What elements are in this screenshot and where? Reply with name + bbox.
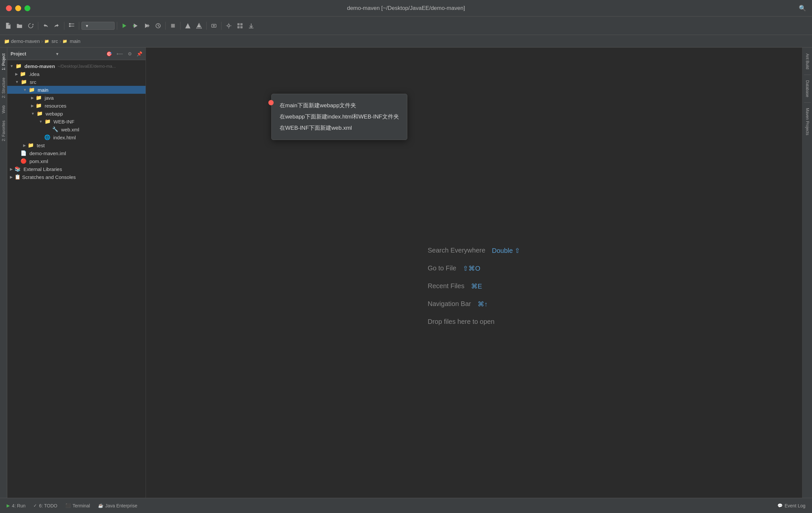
expand-icon: ▼ xyxy=(31,112,35,116)
tree-pin-icon[interactable]: 📌 xyxy=(137,51,142,56)
tree-header: Project ▾ 🎯 ⟵ ⚙ 📌 xyxy=(7,48,146,60)
tree-item-main[interactable]: ▼ 📁 main xyxy=(7,86,146,94)
build-button[interactable] xyxy=(183,21,193,31)
right-tab-maven[interactable]: Maven Projects xyxy=(804,105,811,139)
svg-marker-5 xyxy=(134,23,137,28)
tree-item-webinf[interactable]: ▼ 📁 WEB-INF xyxy=(7,117,146,125)
run-status-item[interactable]: ▶ 4: Run xyxy=(4,502,28,510)
breadcrumb: 📁 demo-maven › 📁 src › 📁 main xyxy=(0,35,812,48)
tree-settings-icon[interactable]: ⚙ xyxy=(128,51,132,56)
download-button[interactable] xyxy=(246,21,256,31)
toolbar-separator-8 xyxy=(221,22,222,30)
run-button[interactable] xyxy=(119,21,129,31)
tree-item-label: src xyxy=(28,79,36,85)
tree-item-scratches[interactable]: ▶ 📋 Scratches and Consoles xyxy=(7,173,146,181)
toolbar-separator-1 xyxy=(38,22,38,30)
svg-rect-1 xyxy=(69,25,70,27)
minimize-button[interactable] xyxy=(15,5,21,11)
java-enterprise-status-item[interactable]: ☕ Java Enterprise xyxy=(95,502,140,510)
svg-rect-6 xyxy=(133,25,134,26)
right-tab-divider-2 xyxy=(804,102,811,103)
tree-item-test[interactable]: ▶ 📁 test xyxy=(7,141,146,149)
sidebar-item-web[interactable]: Web xyxy=(0,103,7,116)
close-button[interactable] xyxy=(6,5,12,11)
breadcrumb-main[interactable]: 📁 main xyxy=(62,38,81,44)
tooltip-dot xyxy=(268,100,273,105)
instruction-line-3: 在WEB-INF下面新建web.xml xyxy=(280,122,399,134)
plugins-button[interactable] xyxy=(235,21,245,31)
todo-status-item[interactable]: ✓ 6: TODO xyxy=(31,502,60,510)
tree-item-webxml[interactable]: 🔧 web.xml xyxy=(7,125,146,133)
tree-item-root[interactable]: ▼ 📁 demo-maven ~/Desktop/JavaEE/demo-ma.… xyxy=(7,62,146,70)
settings-button[interactable] xyxy=(224,21,234,31)
breadcrumb-src[interactable]: 📁 src xyxy=(44,38,58,44)
recent-label: Recent Files xyxy=(428,282,464,290)
tree-item-indexhtml[interactable]: 🌐 index.html xyxy=(7,133,146,141)
folder-icon: 📁 xyxy=(37,111,43,117)
svg-rect-0 xyxy=(69,23,70,25)
sidebar-item-structure[interactable]: 2: Structure xyxy=(0,75,7,101)
tree-item-idea[interactable]: ▶ 📁 .idea xyxy=(7,70,146,78)
terminal-icon: ⬛ xyxy=(65,503,70,508)
sidebar-item-project[interactable]: 1: Project xyxy=(0,51,7,73)
tree-item-resources[interactable]: ▶ 📁 resources xyxy=(7,102,146,110)
tree-item-label: index.html xyxy=(52,135,76,140)
run-icon: ▶ xyxy=(7,503,10,508)
shortcut-navbar: Navigation Bar ⌘↑ xyxy=(428,300,488,308)
sidebar-item-favorites[interactable]: 2: Favorites xyxy=(0,118,7,144)
tree-locate-icon[interactable]: 🎯 xyxy=(106,51,112,56)
file-icon: 🌐 xyxy=(44,134,51,140)
goto-key: ⇧⌘O xyxy=(463,264,480,272)
tree-dropdown-arrow[interactable]: ▾ xyxy=(56,51,58,56)
tree-item-java[interactable]: ▶ 📁 java xyxy=(7,94,146,102)
tree-item-src[interactable]: ▼ 📁 src xyxy=(7,78,146,86)
file-icon: 📄 xyxy=(21,150,27,156)
event-log-item[interactable]: 💬 Event Log xyxy=(775,502,808,510)
sdk-button[interactable] xyxy=(209,21,219,31)
sync-button[interactable] xyxy=(26,21,36,31)
run-with-coverage-button[interactable] xyxy=(142,21,152,31)
tree-item-label: .idea xyxy=(27,71,39,77)
svg-rect-13 xyxy=(240,23,242,25)
recent-key: ⌘E xyxy=(471,282,482,290)
terminal-status-item[interactable]: ⬛ Terminal xyxy=(63,502,93,510)
profile-button[interactable] xyxy=(153,21,163,31)
maximize-button[interactable] xyxy=(24,5,30,11)
tree-item-external-libs[interactable]: ▶ 📚 External Libraries xyxy=(7,165,146,173)
tree-item-label: java xyxy=(43,95,54,101)
right-tab-ant[interactable]: Ant Build xyxy=(804,50,811,73)
redo-button[interactable] xyxy=(52,21,62,31)
scratch-icon: 📋 xyxy=(14,174,21,180)
right-tab-database[interactable]: Database xyxy=(804,77,811,101)
open-button[interactable] xyxy=(14,21,24,31)
tree-item-pomxml[interactable]: 🔴 pom.xml xyxy=(7,157,146,165)
folder-icon: 📁 xyxy=(21,79,27,85)
breadcrumb-root[interactable]: demo-maven xyxy=(11,38,40,44)
structure-button[interactable] xyxy=(67,21,77,31)
expand-icon: ▶ xyxy=(15,72,18,76)
tree-item-iml[interactable]: 📄 demo-maven.iml xyxy=(7,149,146,157)
svg-rect-9 xyxy=(171,24,175,27)
folder-icon: 📁 xyxy=(36,103,42,109)
left-sidebar-tabs: 1: Project 2: Structure Web 2: Favorites xyxy=(0,48,7,498)
event-log-icon: 💬 xyxy=(777,503,783,508)
rebuild-button[interactable] xyxy=(194,21,204,31)
search-icon[interactable]: 🔍 xyxy=(799,5,806,12)
navbar-key: ⌘↑ xyxy=(477,300,488,308)
debug-button[interactable] xyxy=(131,21,141,31)
run-config-dropdown[interactable]: ▾ xyxy=(82,22,115,30)
navbar-label: Navigation Bar xyxy=(428,300,471,308)
tree-item-label: pom.xml xyxy=(28,159,48,164)
tree-item-label: web.xml xyxy=(60,127,79,132)
search-key: Double ⇧ xyxy=(492,247,520,255)
tree-item-webapp[interactable]: ▼ 📁 webapp xyxy=(7,110,146,117)
stop-button[interactable] xyxy=(168,21,178,31)
tree-scroll-icon[interactable]: ⟵ xyxy=(117,51,123,56)
toolbar-separator-7 xyxy=(206,22,207,30)
folder-icon: 📁 xyxy=(16,63,22,69)
tree-item-label: main xyxy=(36,87,49,93)
file-icon: 🔧 xyxy=(52,126,58,132)
new-file-button[interactable] xyxy=(3,21,13,31)
expand-icon: ▶ xyxy=(10,167,12,171)
undo-button[interactable] xyxy=(40,21,51,31)
